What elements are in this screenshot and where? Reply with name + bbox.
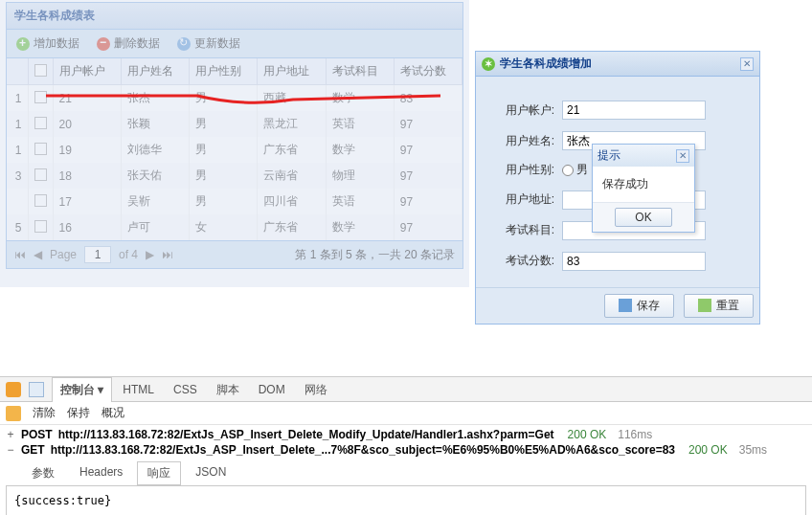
col-check[interactable]	[28, 58, 53, 85]
col-subj[interactable]: 考试科目	[326, 58, 394, 85]
pager: ⏮ ◀ Page of 4 ▶ ⏭ 第 1 条到 5 条，一共 20 条记录	[7, 240, 462, 268]
net-row[interactable]: +POSThttp://113.83.168.72:82/ExtJs_ASP_I…	[6, 427, 806, 442]
save-button[interactable]: 保存	[604, 294, 674, 318]
col-sex[interactable]: 用户性别	[190, 58, 258, 85]
resp-tab-params[interactable]: 参数	[21, 461, 65, 485]
tab-dom[interactable]: DOM	[250, 378, 294, 400]
summary-link[interactable]: 概况	[102, 405, 124, 421]
cell-name: 张颖	[121, 111, 189, 137]
reset-icon	[698, 299, 711, 312]
col-name[interactable]: 用户姓名	[121, 58, 189, 85]
form-icon: ✶	[482, 57, 495, 71]
reset-button[interactable]: 重置	[684, 294, 754, 318]
cell-subj: 数学	[326, 214, 394, 240]
add-icon	[16, 37, 30, 51]
tab-script[interactable]: 脚本	[208, 377, 248, 402]
page-prev-icon[interactable]: ◀	[34, 248, 42, 261]
col-acct[interactable]: 用户帐户	[53, 58, 121, 85]
cell-score: 83	[394, 85, 462, 112]
net-status: 200 OK	[688, 443, 728, 457]
net-row[interactable]: −GEThttp://113.83.168.72:82/ExtJs_ASP_In…	[6, 442, 806, 458]
cell-sex: 男	[190, 189, 258, 214]
cell-rownum: 1	[7, 137, 28, 163]
net-time: 35ms	[739, 443, 767, 457]
col-score[interactable]: 考试分数	[394, 58, 462, 85]
page-first-icon[interactable]: ⏮	[14, 248, 26, 261]
delete-icon	[97, 37, 110, 51]
cell-subj: 数学	[326, 137, 394, 163]
expand-icon[interactable]: +	[6, 428, 15, 441]
table-row[interactable]: 318张天佑男云南省物理97	[7, 163, 462, 189]
cell-check[interactable]	[28, 189, 53, 214]
cell-name: 吴靳	[121, 189, 189, 214]
tab-net[interactable]: 网络	[296, 377, 336, 402]
msg-body: 保存成功	[593, 167, 694, 202]
devtools: 控制台 HTML CSS 脚本 DOM 网络 清除 保持 概况 +POSThtt…	[0, 376, 812, 515]
cell-check[interactable]	[28, 163, 53, 189]
form-close-icon[interactable]: ✕	[740, 57, 754, 71]
add-label: 增加数据	[34, 35, 79, 52]
msg-ok-button[interactable]: OK	[615, 208, 671, 227]
cell-subj: 英语	[326, 189, 394, 214]
page-next-icon[interactable]: ▶	[146, 248, 154, 261]
table-row[interactable]: 121张杰男西藏数学83	[7, 85, 462, 112]
page-last-icon[interactable]: ⏭	[162, 248, 173, 261]
cell-addr: 黑龙江	[258, 111, 326, 137]
cell-rownum: 3	[7, 163, 28, 189]
cell-acct: 21	[53, 85, 121, 112]
cell-subj: 数学	[326, 85, 394, 112]
update-icon	[177, 37, 191, 51]
net-time: 116ms	[618, 428, 652, 441]
inspect-icon[interactable]	[29, 382, 44, 397]
data-grid: 用户帐户 用户姓名 用户性别 用户地址 考试科目 考试分数 121张杰男西藏数学…	[7, 58, 462, 240]
tab-html[interactable]: HTML	[114, 378, 163, 400]
table-row[interactable]: 119刘德华男广东省数学97	[7, 137, 462, 163]
net-url: http://113.83.168.72:82/ExtJs_ASP_Insert…	[51, 443, 675, 457]
cell-name: 张天佑	[121, 163, 189, 189]
warn-icon[interactable]	[6, 406, 21, 421]
net-url: http://113.83.168.72:82/ExtJs_ASP_Insert…	[58, 428, 554, 441]
cell-check[interactable]	[28, 111, 53, 137]
expand-icon[interactable]: −	[6, 443, 15, 457]
msg-close-icon[interactable]: ✕	[676, 149, 689, 163]
table-row[interactable]: 516卢可女广东省数学97	[7, 214, 462, 240]
cell-rownum: 5	[7, 214, 28, 240]
cell-name: 张杰	[121, 85, 189, 112]
firebug-icon[interactable]	[6, 382, 21, 397]
input-score[interactable]	[562, 252, 706, 271]
cell-addr: 云南省	[258, 163, 326, 189]
cell-name: 卢可	[121, 214, 189, 240]
clear-link[interactable]: 清除	[33, 405, 56, 421]
col-addr[interactable]: 用户地址	[258, 58, 326, 85]
cell-check[interactable]	[28, 214, 53, 240]
cell-rownum: 1	[7, 85, 28, 112]
radio-male[interactable]: 男	[562, 162, 588, 178]
cell-sex: 女	[190, 214, 258, 240]
input-acct[interactable]	[562, 101, 706, 120]
update-button[interactable]: 更新数据	[173, 34, 244, 54]
cell-score: 97	[394, 111, 462, 137]
cell-rownum	[7, 189, 28, 214]
cell-score: 97	[394, 137, 462, 163]
tab-console[interactable]: 控制台	[52, 377, 112, 402]
keep-link[interactable]: 保持	[67, 405, 90, 421]
cell-check[interactable]	[28, 85, 53, 112]
resp-tab-json[interactable]: JSON	[185, 461, 237, 485]
delete-button[interactable]: 删除数据	[93, 34, 164, 54]
page-input[interactable]	[84, 246, 111, 263]
cell-addr: 西藏	[258, 85, 326, 112]
cell-sex: 男	[190, 163, 258, 189]
cell-addr: 广东省	[258, 214, 326, 240]
cell-acct: 19	[53, 137, 121, 163]
cell-check[interactable]	[28, 137, 53, 163]
add-button[interactable]: 增加数据	[12, 34, 83, 54]
resp-tab-headers[interactable]: Headers	[69, 461, 133, 485]
cell-addr: 广东省	[258, 137, 326, 163]
table-row[interactable]: 120张颖男黑龙江英语97	[7, 111, 462, 137]
table-row[interactable]: 17吴靳男四川省英语97	[7, 189, 462, 214]
cell-addr: 四川省	[258, 189, 326, 214]
resp-tab-resp[interactable]: 响应	[137, 461, 181, 485]
cell-name: 刘德华	[121, 137, 189, 163]
msg-title: 提示	[598, 147, 620, 164]
tab-css[interactable]: CSS	[165, 378, 206, 400]
